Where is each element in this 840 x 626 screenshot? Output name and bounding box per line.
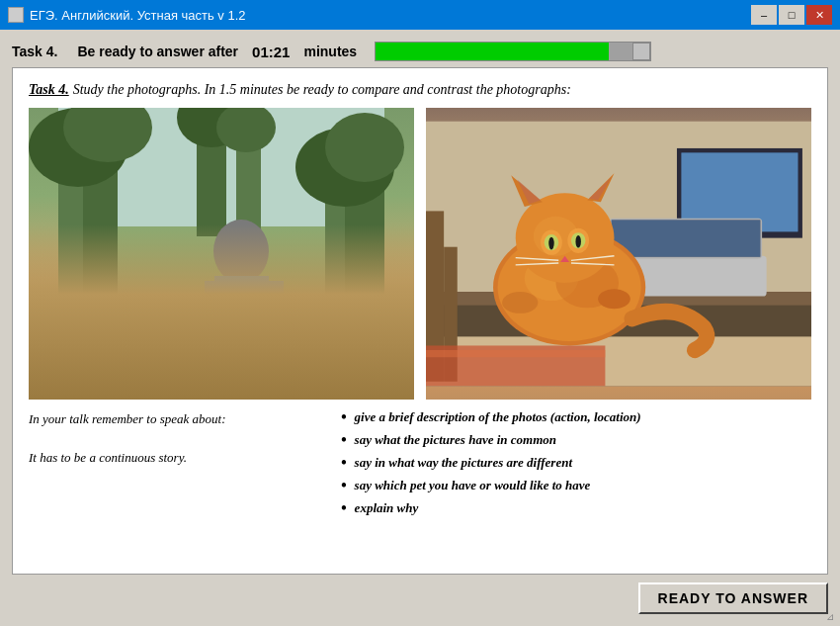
- svg-point-63: [502, 292, 538, 313]
- svg-rect-18: [205, 281, 219, 335]
- svg-point-22: [147, 303, 216, 358]
- svg-rect-20: [218, 343, 238, 393]
- title-bar-left: ЕГЭ. Английский. Устная часть v 1.2: [8, 7, 246, 23]
- instructions-left: In your talk remember to speak about: It…: [29, 409, 325, 468]
- svg-point-57: [575, 235, 580, 248]
- svg-rect-26: [192, 342, 202, 367]
- photos-row: [29, 108, 811, 400]
- resize-handle[interactable]: ⊿: [826, 612, 838, 624]
- bullet-list: give a brief description of the photos (…: [341, 409, 811, 522]
- photo-1: [29, 108, 414, 400]
- bullet-item-1: give a brief description of the photos (…: [341, 409, 811, 426]
- svg-point-23: [134, 303, 174, 338]
- photo-2: [426, 108, 811, 400]
- svg-point-16: [213, 220, 269, 283]
- svg-rect-19: [269, 281, 284, 330]
- task-description: Study the photographs. In 1.5 minutes be…: [73, 82, 571, 97]
- progress-bar-thumb: [632, 43, 650, 60]
- svg-rect-21: [241, 343, 261, 393]
- bullet-item-4: say which pet you have or would like to …: [341, 478, 811, 494]
- task-header-row: Task 4. Study the photographs. In 1.5 mi…: [29, 80, 811, 98]
- bullet-item-3: say in what way the pictures are differe…: [341, 455, 811, 472]
- ready-text: Be ready to answer after: [77, 44, 238, 59]
- svg-rect-17: [214, 276, 269, 345]
- task-header: Task 4.: [29, 82, 69, 97]
- svg-point-56: [548, 237, 553, 250]
- svg-point-13: [325, 113, 404, 182]
- minutes-label: minutes: [303, 44, 357, 59]
- instruction-line-2: It has to be a continuous story.: [29, 448, 325, 468]
- svg-point-64: [598, 289, 630, 309]
- bottom-section: In your talk remember to speak about: It…: [29, 409, 811, 562]
- ready-to-answer-button[interactable]: READY TO ANSWER: [638, 582, 828, 614]
- svg-rect-41: [612, 220, 761, 256]
- svg-rect-9: [58, 335, 384, 400]
- bullet-item-5: explain why: [341, 500, 811, 517]
- progress-bar-fill: [376, 43, 609, 60]
- app-icon: [8, 7, 24, 23]
- svg-rect-25: [175, 342, 185, 367]
- svg-rect-8: [58, 306, 384, 400]
- minimize-button[interactable]: –: [751, 5, 777, 25]
- svg-rect-30: [205, 325, 222, 335]
- ready-btn-area: READY TO ANSWER: [12, 575, 828, 618]
- task-label: Task 4.: [12, 44, 57, 59]
- bullet-item-2: say what the pictures have in common: [341, 432, 811, 449]
- instruction-line-1: In your talk remember to speak about:: [29, 409, 325, 429]
- svg-rect-27: [205, 342, 214, 367]
- title-bar-controls: – □ ✕: [751, 5, 832, 25]
- close-button[interactable]: ✕: [806, 5, 832, 25]
- progress-bar-container: [375, 42, 651, 61]
- svg-rect-29: [212, 340, 234, 346]
- toolbar: Task 4. Be ready to answer after 01:21 m…: [12, 38, 828, 67]
- window-body: Task 4. Be ready to answer after 01:21 m…: [0, 30, 840, 626]
- svg-point-28: [131, 317, 151, 333]
- maximize-button[interactable]: □: [779, 5, 804, 25]
- content-panel: Task 4. Study the photographs. In 1.5 mi…: [12, 67, 828, 575]
- timer-display: 01:21: [252, 44, 290, 60]
- svg-rect-68: [426, 350, 605, 357]
- window-title: ЕГЭ. Английский. Устная часть v 1.2: [30, 8, 246, 23]
- svg-rect-24: [157, 342, 167, 367]
- title-bar: ЕГЭ. Английский. Устная часть v 1.2 – □ …: [0, 0, 840, 30]
